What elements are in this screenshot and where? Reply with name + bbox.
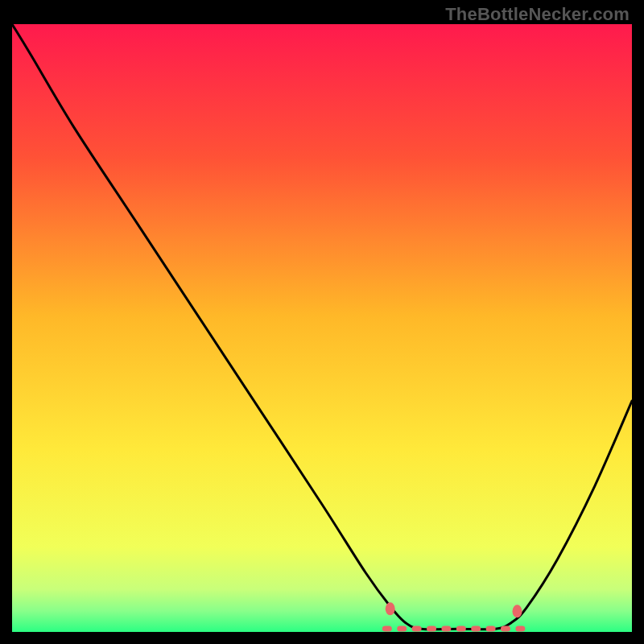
svg-rect-0: [382, 626, 392, 632]
svg-point-11: [513, 605, 522, 617]
chart-svg: [12, 24, 632, 632]
svg-point-10: [386, 602, 395, 615]
chart-frame: [12, 24, 632, 632]
svg-rect-8: [501, 626, 510, 632]
watermark-label: TheBottleNecker.com: [445, 4, 630, 25]
svg-rect-7: [486, 626, 496, 632]
svg-rect-5: [456, 626, 466, 632]
svg-rect-3: [427, 626, 436, 632]
svg-rect-9: [515, 626, 525, 632]
svg-rect-1: [397, 626, 407, 632]
svg-rect-6: [471, 626, 481, 632]
gradient-background: [12, 24, 632, 632]
svg-rect-4: [441, 626, 451, 632]
svg-rect-2: [412, 626, 422, 632]
